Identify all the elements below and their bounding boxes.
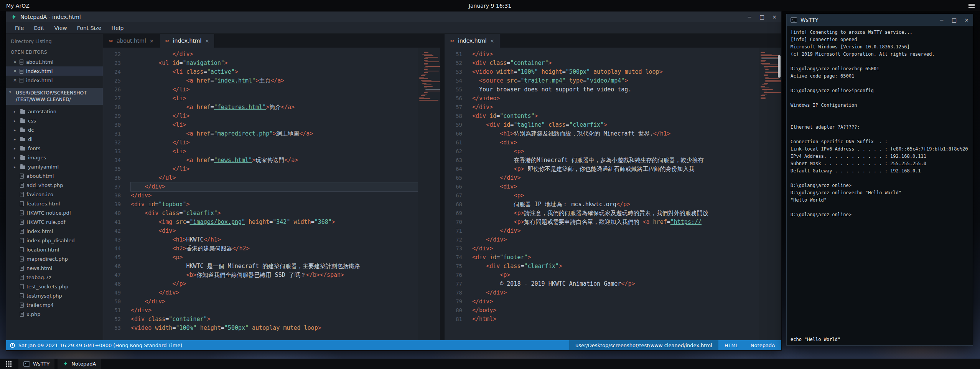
tree-file-row[interactable]: index.php_disabled [6, 236, 103, 245]
code-line[interactable]: </div> [472, 288, 759, 297]
code-line[interactable]: <a href="index.html">主頁</a> [131, 76, 418, 85]
code-line[interactable]: <h1>HKWTC</h1> [131, 235, 418, 244]
code-line[interactable]: </html> [472, 315, 759, 324]
minimize-button[interactable]: − [747, 14, 752, 20]
taskbar-item-wstty[interactable]: >_ WsTTY [18, 359, 54, 369]
tree-file-row[interactable]: HKWTC rule.pdf [6, 218, 103, 227]
code-editor[interactable]: </div> <ul id="navigation"> <li class="a… [127, 48, 418, 340]
code-line[interactable]: <div id="topbox"> [131, 200, 418, 209]
tab-close-icon[interactable]: × [205, 38, 209, 44]
minimap[interactable] [759, 48, 781, 340]
code-line[interactable]: </div> [472, 103, 759, 112]
code-line[interactable]: <li> [131, 147, 418, 156]
code-line[interactable]: </video> [472, 94, 759, 103]
tree-file-row[interactable]: mapredirect.php [6, 255, 103, 264]
tree-file-row[interactable]: HKWTC notice.pdf [6, 208, 103, 218]
open-editor-row[interactable]: ×index.html [6, 76, 103, 85]
menu-font-size[interactable]: Font Size [72, 25, 107, 31]
code-line[interactable]: <video width="100%" height="500px" autop… [131, 324, 418, 333]
terminal-screen[interactable]: [info] Conencting to arozos WsTTY servic… [787, 26, 973, 345]
code-line[interactable]: <li class="active"> [131, 68, 418, 76]
tree-folder-row[interactable]: ▸images [6, 153, 103, 162]
code-line[interactable]: <ul id="navigation"> [131, 59, 418, 68]
tree-folder-row[interactable]: ▸fonts [6, 144, 103, 153]
code-line[interactable]: <p>如有問題或需要申請白名單，歡迎加入我們的 <a href="https:/… [472, 218, 759, 227]
tab-close-icon[interactable]: × [150, 38, 154, 44]
start-menu-button[interactable] [2, 359, 15, 369]
close-editor-icon[interactable]: × [13, 59, 17, 65]
code-line[interactable]: <p> [472, 147, 759, 156]
minimize-button[interactable]: − [939, 17, 944, 23]
code-line[interactable]: <div> [472, 182, 759, 191]
tree-file-row[interactable]: favicon.ico [6, 190, 103, 199]
code-line[interactable]: </div> [472, 174, 759, 182]
code-line[interactable]: <div> [131, 227, 418, 235]
code-line[interactable]: </li> [131, 138, 418, 147]
code-line[interactable]: © 2018 - 2019 HKWTC Animation Gamer</p> [472, 280, 759, 288]
code-line[interactable]: </div> [131, 297, 418, 306]
code-line[interactable]: <div class="clearfix"> [472, 262, 759, 271]
tree-file-row[interactable]: index.html [6, 227, 103, 236]
editor-tab[interactable]: <>about.html× [103, 34, 160, 48]
code-line[interactable]: <h2>香港的建築伺服器</h2> [131, 244, 418, 253]
code-line[interactable]: <li> [131, 121, 418, 129]
code-line[interactable]: Your browser does not support the video … [472, 85, 759, 94]
maximize-button[interactable]: □ [759, 14, 764, 20]
code-editor[interactable]: </div><div class="container"><video widt… [468, 48, 759, 340]
tree-file-row[interactable]: add_vhost.php [6, 181, 103, 190]
code-line[interactable]: </body> [472, 306, 759, 315]
maximize-button[interactable]: □ [952, 17, 957, 23]
code-line[interactable]: <li> [131, 94, 418, 103]
code-line[interactable]: </p> [131, 280, 418, 288]
code-line[interactable]: <p> [131, 253, 418, 262]
code-line[interactable]: </div> [131, 306, 418, 315]
menu-edit[interactable]: Edit [29, 25, 49, 31]
code-line[interactable]: <h1>特別為建築及鐵路而設，現代化的 Minecraft 世界.</h1> [472, 129, 759, 138]
code-line[interactable]: <a href="news.html">玩家傳送門</a> [131, 156, 418, 165]
workspace-root[interactable]: ▾ USER/DESKTOP/SCREENSHOT /TEST/WWW CLEA… [6, 88, 103, 105]
scrollbar-thumb[interactable] [778, 55, 781, 78]
tree-file-row[interactable]: about.html [6, 172, 103, 181]
code-line[interactable]: <a href="mapredirect.php">網上地圖</a> [131, 129, 418, 138]
code-line[interactable]: <div id="tagline" class="clearfix"> [472, 121, 759, 129]
code-line[interactable]: HKWTC 是一個 Minecraft 的建築伺服器，主要建築計劃包括鐵路 [131, 262, 418, 271]
tree-folder-row[interactable]: ▸dl [6, 135, 103, 144]
code-line[interactable]: <video width="100%" height="500px" autop… [472, 68, 759, 76]
tree-file-row[interactable]: features.html [6, 199, 103, 208]
code-line[interactable]: 伺服器 IP 地址為： mcs.hkwtc.org</p> [472, 200, 759, 209]
code-line[interactable]: </div> [131, 50, 418, 59]
menu-file[interactable]: File [10, 25, 29, 31]
code-line[interactable]: <div class="container"> [472, 59, 759, 68]
code-line[interactable]: <p> [472, 191, 759, 200]
code-line[interactable]: <div class="container"> [131, 315, 418, 324]
hamburger-menu-icon[interactable] [968, 3, 975, 8]
code-line[interactable]: <p> [472, 271, 759, 280]
code-line[interactable]: <p>請注意，我們的伺服器為確保玩家及遊玩時的質素，我們對外的服務開放 [472, 209, 759, 218]
close-button[interactable]: × [964, 17, 969, 23]
close-editor-icon[interactable]: × [13, 78, 17, 83]
code-line[interactable]: </li> [131, 85, 418, 94]
code-line[interactable]: </div> [472, 227, 759, 235]
code-line[interactable]: </div> [472, 235, 759, 244]
tree-folder-row[interactable]: ▸css [6, 116, 103, 126]
menu-view[interactable]: View [49, 25, 72, 31]
code-line[interactable]: <b>你知道我們全線伺服器已轉用 SSD 了嗎？</b></span> [131, 271, 418, 280]
code-line[interactable]: </div> [131, 182, 418, 191]
tree-file-row[interactable]: teabag.7z [6, 273, 103, 282]
code-line[interactable]: </div> [472, 297, 759, 306]
code-line[interactable]: <p> 即使你不是建築師，你也能透過紅石師或鐵路工程師的身份加入我 [472, 165, 759, 174]
editor-tab[interactable]: <>index.html× [445, 34, 500, 48]
code-line[interactable]: </div> [472, 50, 759, 59]
close-editor-icon[interactable]: × [13, 68, 17, 74]
notepada-titlebar[interactable]: NotepadA - index.html − □ × [6, 12, 781, 22]
minimap[interactable] [418, 48, 440, 340]
code-line[interactable]: 在香港的Minecraft 伺服器中，多為小遊戲和純生存的伺服器，較少擁有 [472, 156, 759, 165]
code-line[interactable]: <div id="contents"> [472, 112, 759, 121]
code-line[interactable]: </li> [131, 165, 418, 174]
tree-folder-row[interactable]: ▸yamlyamlml [6, 162, 103, 172]
tree-folder-row[interactable]: ▸autostation [6, 107, 103, 116]
menu-help[interactable]: Help [106, 25, 128, 31]
code-line[interactable]: </div> [472, 244, 759, 253]
code-line[interactable]: </div> [131, 191, 418, 200]
code-line[interactable]: <div id="footer"> [472, 253, 759, 262]
